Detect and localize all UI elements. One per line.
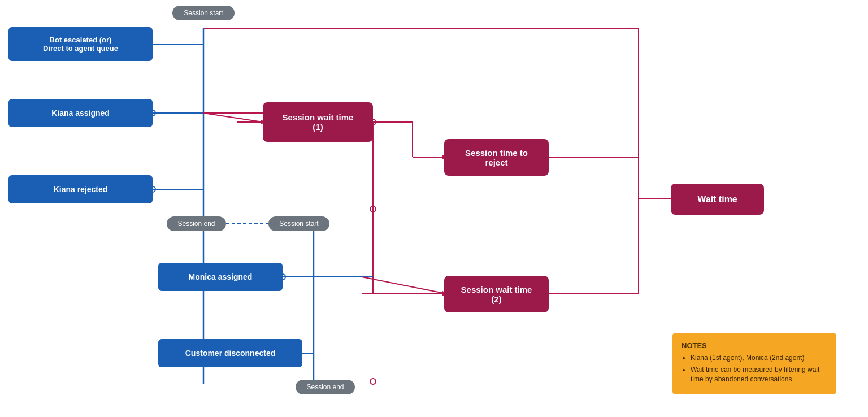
monica-assigned-box: Monica assigned (158, 263, 283, 291)
session-end-bottom-pill: Session end (296, 380, 355, 394)
notes-box: NOTES Kiana (1st agent), Monica (2nd age… (672, 333, 836, 394)
session-wait-time-2-box: Session wait time(2) (444, 276, 549, 312)
notes-list: Kiana (1st agent), Monica (2nd agent) Wa… (682, 353, 827, 384)
session-start-bottom-pill: Session start (268, 216, 329, 231)
kiana-assigned-box: Kiana assigned (8, 99, 153, 127)
session-wait-time-1-box: Session wait time(1) (263, 102, 373, 142)
svg-line-30 (362, 277, 444, 293)
session-time-to-reject-box: Session time toreject (444, 139, 549, 176)
wait-time-box: Wait time (671, 184, 764, 215)
session-start-top-pill: Session start (172, 6, 235, 20)
kiana-rejected-box: Kiana rejected (8, 175, 153, 203)
svg-point-28 (370, 379, 376, 384)
session-end-left-pill: Session end (167, 216, 226, 231)
customer-disconnected-box: Customer disconnected (158, 339, 302, 367)
notes-item-2: Wait time can be measured by filtering w… (691, 365, 827, 384)
bot-escalated-box: Bot escalated (or)Direct to agent queue (8, 27, 153, 61)
diagram-container: Bot escalated (or)Direct to agent queue … (0, 0, 868, 417)
notes-item-1: Kiana (1st agent), Monica (2nd agent) (691, 353, 827, 363)
svg-line-8 (203, 113, 263, 122)
notes-title: NOTES (682, 341, 827, 350)
svg-point-17 (370, 206, 376, 212)
